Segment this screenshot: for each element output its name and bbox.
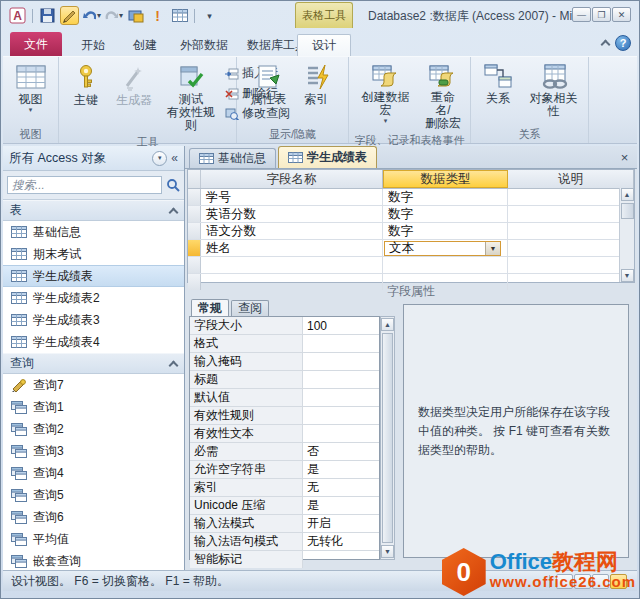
property-row[interactable]: 默认值 xyxy=(190,389,379,407)
property-value[interactable] xyxy=(303,425,379,442)
doc-tab-basic-info[interactable]: 基础信息 xyxy=(189,148,276,168)
nav-item-table[interactable]: 基础信息 xyxy=(3,221,184,243)
access-app-icon[interactable]: A xyxy=(8,6,27,25)
col-header-description[interactable]: 说明 xyxy=(508,170,634,188)
minimize-ribbon-icon[interactable] xyxy=(601,39,609,47)
property-value[interactable] xyxy=(303,353,379,370)
data-type-cell[interactable]: 数字 xyxy=(383,189,508,205)
col-header-data-type[interactable]: 数据类型 xyxy=(383,170,508,188)
tab-external-data[interactable]: 外部数据 xyxy=(171,34,237,56)
tab-general[interactable]: 常规 xyxy=(191,299,229,316)
rename-delete-macro-button[interactable]: 重命名/ 删除宏 xyxy=(420,61,466,133)
nav-item-query[interactable]: 查询2 xyxy=(3,418,184,440)
qat-more-commands-button[interactable]: ▾ xyxy=(200,6,219,25)
switch-windows-icon[interactable] xyxy=(126,6,145,25)
tab-lookup[interactable]: 查阅 xyxy=(231,300,269,316)
property-row[interactable]: 智能标记 xyxy=(190,551,379,568)
property-value[interactable]: 无转化 xyxy=(303,533,379,550)
tab-create[interactable]: 创建 xyxy=(121,34,169,56)
primary-key-button[interactable]: 主键 xyxy=(63,61,109,110)
grid-row[interactable]: 学号 数字 xyxy=(188,189,634,206)
undo-dropdown-arrow[interactable]: ▾ xyxy=(97,11,101,20)
row-selector[interactable] xyxy=(188,257,201,273)
property-sheet-button[interactable]: 属性表 xyxy=(246,61,292,109)
property-row[interactable]: 标题 xyxy=(190,371,379,389)
tab-design[interactable]: 设计 xyxy=(297,34,351,56)
shutter-bar-close-icon[interactable]: « xyxy=(171,151,178,165)
grid-row[interactable]: 英语分数 数字 xyxy=(188,206,634,223)
row-selector[interactable] xyxy=(188,206,201,222)
nav-item-query[interactable]: 查询1 xyxy=(3,396,184,418)
nav-item-table[interactable]: 学生成绩表4 xyxy=(3,331,184,353)
indexes-button[interactable]: 索引 xyxy=(294,61,340,109)
property-row[interactable]: 有效性文本 xyxy=(190,425,379,443)
nav-item-query[interactable]: 查询3 xyxy=(3,440,184,462)
data-type-cell[interactable] xyxy=(383,257,508,273)
property-row[interactable]: 输入法语句模式无转化 xyxy=(190,533,379,551)
tab-home[interactable]: 开始 xyxy=(69,34,117,56)
minimize-button[interactable]: — xyxy=(572,7,591,22)
nav-item-table[interactable]: 学生成绩表3 xyxy=(3,309,184,331)
grid-vertical-scrollbar[interactable]: ▲ ▼ xyxy=(619,188,634,282)
property-value[interactable]: 是 xyxy=(303,497,379,514)
data-type-cell[interactable]: 文本 ▼ xyxy=(383,240,508,256)
nav-item-table-selected[interactable]: 学生成绩表 xyxy=(3,265,184,287)
col-header-field-name[interactable]: 字段名称 xyxy=(201,170,383,188)
close-button[interactable]: ✕ xyxy=(612,7,631,22)
view-button[interactable]: 视图 ▾ xyxy=(8,61,54,117)
tab-file[interactable]: 文件 xyxy=(10,32,62,56)
row-selector-current[interactable] xyxy=(188,240,201,256)
row-selector[interactable] xyxy=(188,189,201,205)
test-validation-rules-button[interactable]: 测试 有效性规则 xyxy=(159,61,223,135)
nav-item-query[interactable]: 查询5 xyxy=(3,484,184,506)
property-value[interactable]: 100 xyxy=(303,317,379,334)
property-value[interactable] xyxy=(303,551,379,568)
description-cell[interactable] xyxy=(508,240,634,256)
search-input[interactable]: 搜索... xyxy=(7,176,162,194)
property-row[interactable]: 格式 xyxy=(190,335,379,353)
property-value[interactable] xyxy=(303,407,379,424)
property-row[interactable]: 输入掩码 xyxy=(190,353,379,371)
property-row[interactable]: 输入法模式开启 xyxy=(190,515,379,533)
help-icon[interactable]: ? xyxy=(615,35,631,51)
undo-button[interactable]: ▾ xyxy=(82,6,101,25)
nav-item-table[interactable]: 学生成绩表2 xyxy=(3,287,184,309)
property-value[interactable] xyxy=(303,389,379,406)
description-cell[interactable] xyxy=(508,223,634,239)
grid-row-empty[interactable] xyxy=(188,257,634,274)
property-value[interactable]: 无 xyxy=(303,479,379,496)
grid-row[interactable]: 语文分数 数字 xyxy=(188,223,634,240)
field-name-cell[interactable]: 姓名 xyxy=(201,240,383,256)
scroll-down-icon[interactable]: ▼ xyxy=(381,545,394,558)
scroll-up-icon[interactable]: ▲ xyxy=(381,318,394,331)
data-type-cell[interactable]: 数字 xyxy=(383,223,508,239)
row-selector[interactable] xyxy=(188,223,201,239)
nav-item-query[interactable]: 查询6 xyxy=(3,506,184,528)
data-type-cell[interactable]: 数字 xyxy=(383,206,508,222)
relationships-button[interactable]: 关系 xyxy=(475,61,521,108)
collapse-tables-icon[interactable] xyxy=(169,207,177,215)
property-value[interactable]: 开启 xyxy=(303,515,379,532)
property-row[interactable]: 字段大小100 xyxy=(190,317,379,335)
field-name-cell[interactable] xyxy=(201,257,383,273)
search-icon[interactable] xyxy=(166,178,180,192)
collapse-queries-icon[interactable] xyxy=(169,360,177,368)
property-row[interactable]: 有效性规则 xyxy=(190,407,379,425)
field-name-cell[interactable]: 学号 xyxy=(201,189,383,205)
scroll-thumb[interactable] xyxy=(382,333,393,543)
nav-item-table[interactable]: 期末考试 xyxy=(3,243,184,265)
property-value[interactable]: 否 xyxy=(303,443,379,460)
save-button[interactable] xyxy=(38,6,57,25)
property-value[interactable]: 是 xyxy=(303,461,379,478)
nav-menu-dropdown-icon[interactable]: ▾ xyxy=(152,151,167,166)
close-document-icon[interactable]: × xyxy=(617,150,632,165)
design-view-button[interactable] xyxy=(60,6,79,25)
description-cell[interactable] xyxy=(508,189,634,205)
object-dependencies-button[interactable]: 对象相关性 xyxy=(523,61,584,121)
restore-button[interactable]: ❐ xyxy=(592,7,611,22)
property-row[interactable]: 必需否 xyxy=(190,443,379,461)
property-row[interactable]: 索引无 xyxy=(190,479,379,497)
scroll-down-icon[interactable]: ▼ xyxy=(621,269,634,282)
property-row[interactable]: Unicode 压缩是 xyxy=(190,497,379,515)
scroll-thumb[interactable] xyxy=(621,203,634,219)
